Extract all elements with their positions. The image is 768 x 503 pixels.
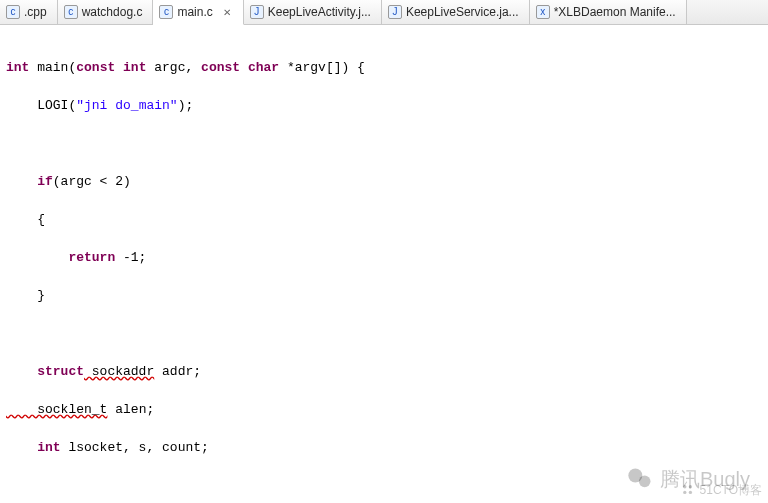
tab-xlbdaemon-manifest[interactable]: x *XLBDaemon Manife... [530, 0, 687, 24]
kw-const-char: const char [201, 60, 279, 75]
txt: argc, [146, 60, 201, 75]
txt: *argv[]) { [279, 60, 365, 75]
corner-text: 51CTO博客 [700, 482, 762, 499]
tab-keepliveactivity[interactable]: J KeepLiveActivity.j... [244, 0, 382, 24]
tab-label: KeepLiveService.ja... [406, 5, 519, 19]
txt: LOGI( [6, 98, 76, 113]
txt: (argc < 2) [53, 174, 131, 189]
txt: lsocket, s, count; [61, 440, 209, 455]
kw-int: int [6, 60, 37, 75]
txt: addr; [154, 364, 201, 379]
c-file-icon: c [64, 5, 78, 19]
svg-point-5 [688, 490, 691, 493]
fn-main: main [37, 60, 68, 75]
51cto-icon [682, 484, 696, 498]
kw-struct: struct [6, 364, 84, 379]
kw-if: if [6, 174, 53, 189]
txt: alen; [107, 402, 154, 417]
tab-label: KeepLiveActivity.j... [268, 5, 371, 19]
tab-label: watchdog.c [82, 5, 143, 19]
code-editor[interactable]: int main(const int argc, const char *arg… [0, 25, 768, 503]
tab-cpp[interactable]: c .cpp [0, 0, 58, 24]
tab-label: main.c [177, 5, 212, 19]
java-file-icon: J [250, 5, 264, 19]
tab-keepliveservice[interactable]: J KeepLiveService.ja... [382, 0, 530, 24]
tab-label: *XLBDaemon Manife... [554, 5, 676, 19]
kw-int: int [6, 440, 61, 455]
editor-tabbar: c .cpp c watchdog.c c main.c ✕ J KeepLiv… [0, 0, 768, 25]
kw-return: return [6, 250, 115, 265]
txt: } [4, 286, 768, 305]
txt: -1; [115, 250, 146, 265]
txt: ); [178, 98, 194, 113]
tab-main-c[interactable]: c main.c ✕ [153, 0, 243, 25]
c-file-icon: c [159, 5, 173, 19]
svg-point-3 [688, 485, 691, 488]
txt: { [4, 210, 768, 229]
java-file-icon: J [388, 5, 402, 19]
err-sockaddr: sockaddr [84, 364, 154, 379]
svg-point-2 [683, 485, 686, 488]
kw-const-int: const int [76, 60, 146, 75]
err-socklen: socklen_t [6, 402, 107, 417]
close-icon[interactable]: ✕ [221, 6, 233, 18]
tab-watchdog[interactable]: c watchdog.c [58, 0, 154, 24]
svg-point-4 [683, 490, 686, 493]
xml-file-icon: x [536, 5, 550, 19]
tab-label: .cpp [24, 5, 47, 19]
c-file-icon: c [6, 5, 20, 19]
corner-watermark: 51CTO博客 [682, 482, 762, 499]
string-literal: "jni do_main" [76, 98, 177, 113]
